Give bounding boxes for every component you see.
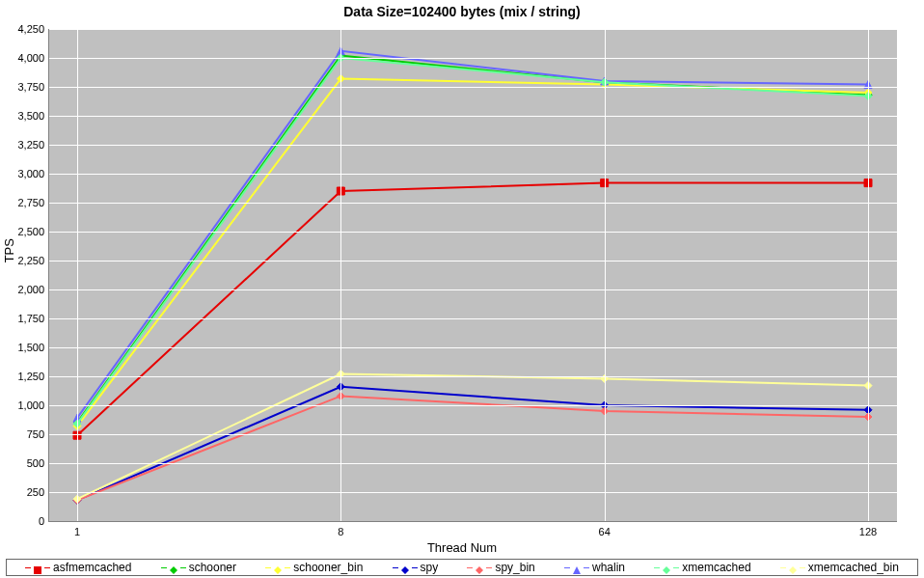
- legend-marker-icon: [401, 564, 409, 571]
- series-line: [77, 374, 868, 500]
- y-tick-label: 3,750: [6, 81, 44, 93]
- legend: asfmemcachedschoonerschooner_binspyspy_b…: [6, 559, 918, 576]
- series-line: [77, 58, 868, 424]
- y-tick-label: 500: [6, 457, 44, 469]
- legend-line-icon: [584, 567, 589, 568]
- x-axis-label: Thread Num: [0, 540, 924, 555]
- legend-line-icon: [467, 567, 473, 568]
- y-tick-label: 2,750: [6, 197, 44, 208]
- series-line: [77, 183, 868, 436]
- legend-item: spy_bin: [467, 561, 534, 574]
- vgrid-line: [868, 29, 869, 521]
- legend-line-icon: [780, 567, 786, 568]
- legend-line-icon: [412, 567, 418, 568]
- x-tick-label: 8: [338, 526, 343, 537]
- y-tick-label: 250: [6, 486, 44, 498]
- hgrid-line: [48, 174, 897, 175]
- series-line: [77, 51, 868, 418]
- chart-svg: [48, 29, 897, 521]
- hgrid-line: [48, 463, 897, 464]
- y-axis-line: [48, 29, 49, 521]
- legend-item: xmemcached: [654, 561, 750, 574]
- y-tick-label: 4,250: [6, 23, 44, 35]
- hgrid-line: [48, 203, 897, 204]
- x-tick-label: 64: [599, 526, 611, 537]
- hgrid-line: [48, 116, 897, 117]
- y-tick-label: 2,500: [6, 226, 44, 237]
- hgrid-line: [48, 289, 897, 290]
- legend-item: schooner: [161, 561, 236, 574]
- legend-item: whalin: [564, 561, 625, 574]
- legend-marker-icon: [573, 564, 581, 571]
- y-tick-label: 1,000: [6, 399, 44, 411]
- y-tick-label: 0: [6, 515, 44, 527]
- vgrid-line: [605, 29, 606, 521]
- hgrid-line: [48, 145, 897, 146]
- x-tick-label: 128: [859, 526, 877, 537]
- hgrid-line: [48, 376, 897, 377]
- legend-line-icon: [285, 567, 290, 568]
- legend-line-icon: [393, 567, 398, 568]
- hgrid-line: [48, 261, 897, 261]
- legend-marker-icon: [789, 564, 797, 571]
- y-tick-label: 3,500: [6, 110, 44, 122]
- legend-line-icon: [800, 567, 805, 568]
- legend-line-icon: [44, 567, 50, 568]
- y-tick-label: 2,250: [6, 255, 44, 266]
- legend-item: xmemcached_bin: [780, 561, 899, 574]
- legend-marker-icon: [274, 564, 282, 571]
- legend-marker-icon: [663, 564, 670, 571]
- legend-item: spy: [393, 561, 439, 574]
- legend-label: schooner_bin: [293, 561, 363, 574]
- hgrid-line: [48, 29, 897, 30]
- chart-container: Data Size=102400 bytes (mix / string) TP…: [0, 0, 924, 578]
- legend-label: xmemcached: [682, 561, 750, 574]
- legend-line-icon: [180, 567, 186, 568]
- y-tick-label: 750: [6, 428, 44, 440]
- y-tick-label: 3,000: [6, 168, 44, 179]
- legend-line-icon: [25, 567, 31, 568]
- legend-marker-icon: [476, 564, 483, 571]
- legend-line-icon: [486, 567, 492, 568]
- y-tick-label: 1,750: [6, 313, 44, 324]
- series-line: [77, 56, 868, 423]
- legend-label: whalin: [592, 561, 625, 574]
- hgrid-line: [48, 347, 897, 348]
- hgrid-line: [48, 434, 897, 435]
- legend-line-icon: [673, 567, 679, 568]
- legend-line-icon: [265, 567, 271, 568]
- legend-marker-icon: [170, 564, 177, 571]
- legend-label: xmemcached_bin: [808, 561, 899, 574]
- legend-label: schooner: [189, 561, 236, 574]
- legend-item: schooner_bin: [265, 561, 363, 574]
- legend-label: spy_bin: [495, 561, 534, 574]
- legend-label: asfmemcached: [53, 561, 131, 574]
- hgrid-line: [48, 58, 897, 59]
- hgrid-line: [48, 87, 897, 88]
- legend-line-icon: [654, 567, 660, 568]
- x-tick-label: 1: [74, 526, 80, 537]
- x-axis-line: [48, 521, 897, 522]
- legend-item: asfmemcached: [25, 561, 131, 574]
- vgrid-line: [77, 29, 78, 521]
- y-tick-label: 4,000: [6, 52, 44, 64]
- chart-title: Data Size=102400 bytes (mix / string): [0, 4, 924, 19]
- legend-marker-icon: [34, 564, 41, 571]
- legend-line-icon: [161, 567, 167, 568]
- hgrid-line: [48, 492, 897, 493]
- legend-line-icon: [564, 567, 570, 568]
- y-tick-label: 1,500: [6, 342, 44, 353]
- legend-label: spy: [421, 561, 439, 574]
- hgrid-line: [48, 232, 897, 233]
- hgrid-line: [48, 318, 897, 319]
- vgrid-line: [340, 29, 341, 521]
- plot-area: [48, 29, 897, 521]
- y-tick-label: 2,000: [6, 284, 44, 295]
- y-tick-label: 1,250: [6, 371, 44, 382]
- y-tick-label: 3,250: [6, 139, 44, 151]
- hgrid-line: [48, 405, 897, 406]
